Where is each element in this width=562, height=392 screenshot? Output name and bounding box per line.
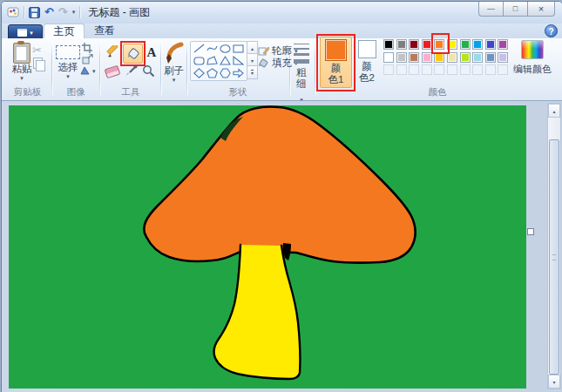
menu-document-icon (17, 29, 27, 37)
shape-curve[interactable] (207, 44, 218, 54)
maximize-button[interactable]: □ (503, 2, 528, 17)
color2-label-line2: 色2 (359, 72, 375, 84)
palette-swatch[interactable] (460, 39, 471, 50)
palette-empty-slot[interactable] (396, 64, 407, 75)
palette-swatch[interactable] (472, 39, 483, 50)
color2-button[interactable]: 颜 色2 (353, 37, 381, 86)
palette-swatch[interactable] (383, 39, 394, 50)
palette-swatch[interactable] (485, 39, 496, 50)
brush-icon (163, 42, 185, 65)
vertical-scrollbar[interactable]: ▴ ▾ (547, 103, 561, 389)
paint-app-icon[interactable] (7, 6, 19, 18)
palette-swatch[interactable] (409, 52, 419, 63)
brushes-button[interactable]: 刷子 ▾ (162, 42, 186, 83)
shape-rounded-rectangle[interactable] (193, 56, 205, 66)
palette-swatch[interactable] (396, 39, 407, 50)
scroll-up-button[interactable]: ▴ (548, 104, 560, 118)
size-button[interactable]: 粗 细 ▾ (293, 44, 310, 105)
shape-diamond[interactable] (193, 68, 205, 78)
palette-empty-slot[interactable] (422, 64, 432, 75)
eraser-tool-icon[interactable] (105, 67, 119, 77)
tools-group-label: 工具 (105, 86, 157, 98)
mushroom-drawing (9, 105, 526, 389)
outline-icon (258, 46, 269, 56)
shape-pentagon[interactable] (207, 68, 218, 78)
shape-polygon[interactable] (207, 56, 218, 66)
help-icon[interactable]: ? (545, 24, 558, 37)
palette-swatch[interactable] (383, 52, 394, 63)
copy-icon[interactable] (33, 57, 43, 69)
drawing-canvas[interactable] (9, 105, 526, 389)
chevron-down-icon: ▾ (20, 75, 24, 81)
image-group-label: 图像 (52, 86, 99, 98)
palette-swatch[interactable] (422, 52, 432, 63)
paint-window: ↶ ↷ ▾ 无标题 - 画图 — □ × ▾ 主页 查看 ? 粘贴 (1, 1, 562, 392)
pencil-tool-icon[interactable] (105, 45, 119, 59)
canvas-resize-handle[interactable] (527, 228, 534, 235)
shape-arrow[interactable] (233, 68, 244, 78)
mushroom-stem (214, 245, 301, 379)
magnifier-tool-icon[interactable] (142, 64, 155, 78)
palette-empty-slot[interactable] (472, 64, 483, 75)
paste-button[interactable]: 粘贴 ▾ (9, 43, 35, 81)
rotate-button[interactable]: ▾ (79, 65, 96, 76)
size-lines-icon (293, 44, 310, 64)
shape-fill-button[interactable]: 填充 ▾ (258, 57, 298, 70)
color2-label-line1: 颜 (362, 61, 372, 72)
palette-swatch[interactable] (460, 52, 471, 63)
palette-swatch[interactable] (498, 52, 508, 63)
palette-empty-slot[interactable] (460, 64, 471, 75)
text-tool-icon: A (147, 45, 157, 60)
palette-empty-slot[interactable] (409, 64, 419, 75)
shapes-more-button[interactable]: ▾ (247, 65, 258, 79)
shape-right-triangle[interactable] (233, 56, 244, 66)
close-button[interactable]: × (527, 2, 555, 17)
brushes-label: 刷子 (164, 65, 184, 77)
palette-swatch[interactable] (498, 39, 508, 50)
scrollbar-thumb[interactable] (549, 139, 559, 375)
shape-hexagon[interactable] (220, 68, 231, 78)
tab-home[interactable]: 主页 (44, 24, 85, 39)
outline-button[interactable]: 轮廓 ▾ (258, 44, 298, 57)
group-divider (99, 43, 100, 95)
minimize-button[interactable]: — (478, 2, 504, 17)
save-icon[interactable] (29, 7, 40, 18)
scroll-down-button[interactable]: ▾ (548, 375, 560, 389)
chevron-down-icon: ▾ (173, 77, 176, 83)
palette-empty-slot[interactable] (447, 64, 457, 75)
palette-empty-slot[interactable] (434, 64, 444, 75)
fill-icon (258, 58, 269, 68)
cut-icon[interactable]: ✂ (32, 44, 42, 57)
select-button[interactable]: 选择 ▾ (54, 45, 82, 79)
shape-rectangle[interactable] (233, 44, 244, 54)
edit-colors-button[interactable]: 编辑颜色 (512, 40, 552, 76)
titlebar[interactable]: ↶ ↷ ▾ 无标题 - 画图 — □ × (2, 2, 562, 24)
shape-triangle[interactable] (220, 56, 231, 66)
palette-swatch[interactable] (396, 52, 407, 63)
eyedropper-tool-icon[interactable] (125, 64, 138, 78)
annotation-box-fill-tool (120, 41, 146, 66)
colors-group-label: 颜色 (403, 86, 472, 98)
palette-swatch[interactable] (472, 52, 483, 63)
text-tool-button[interactable]: A (144, 44, 159, 60)
palette-swatch[interactable] (422, 39, 432, 50)
palette-empty-slot[interactable] (498, 64, 508, 75)
palette-empty-slot[interactable] (383, 64, 394, 75)
shape-oval[interactable] (220, 44, 231, 54)
fill-label: 填充 (272, 57, 292, 70)
resize-icon[interactable] (82, 54, 93, 64)
redo-icon[interactable]: ↷ (58, 6, 68, 18)
palette-swatch[interactable] (409, 39, 419, 50)
shape-line[interactable] (193, 44, 205, 54)
chevron-down-icon: ▾ (92, 68, 96, 74)
chevron-down-icon: ▾ (66, 73, 70, 79)
qat-dropdown-icon[interactable]: ▾ (72, 9, 76, 16)
crop-icon[interactable] (82, 43, 93, 53)
group-divider (160, 43, 161, 95)
paste-icon (13, 43, 30, 64)
palette-swatch[interactable] (485, 52, 496, 63)
rotate-icon (79, 65, 91, 76)
tab-view[interactable]: 查看 (86, 24, 123, 38)
palette-empty-slot[interactable] (485, 64, 496, 75)
undo-icon[interactable]: ↶ (44, 6, 54, 18)
